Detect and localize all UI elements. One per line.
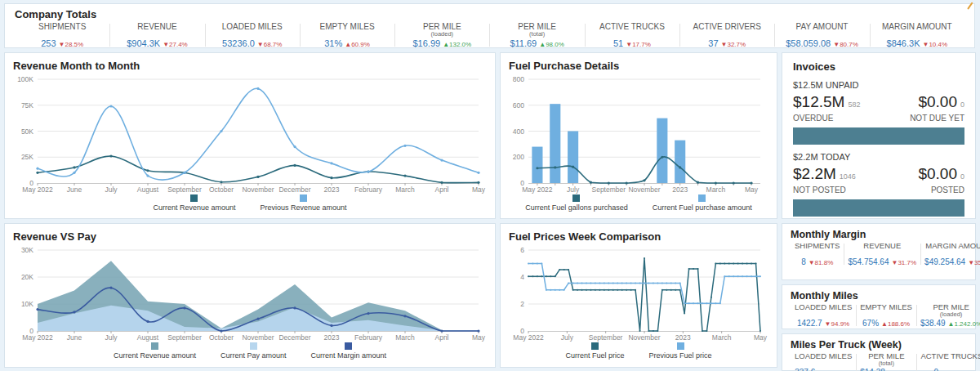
mini-value: 0▼100.0% bbox=[920, 368, 980, 371]
legend-item-current-revenue-amount[interactable]: Current Revenue amount bbox=[153, 194, 235, 212]
mini-delta: ▲1.242.0% bbox=[948, 320, 980, 328]
mini-revenue: REVENUE$54.754.64▼31.7% bbox=[844, 242, 920, 266]
chart-title: Fuel Prices Week Comparison bbox=[509, 230, 768, 243]
legend-item-current-margin-amount[interactable]: Current Margin amount bbox=[311, 342, 387, 360]
mini-empty-miles: EMPTY MILES67%▲188.6% bbox=[856, 303, 916, 328]
legend: Current Fuel gallons purchasedCurrent Fu… bbox=[509, 194, 768, 212]
svg-text:2023: 2023 bbox=[675, 333, 691, 342]
kpi-label: ACTIVE DRIVERS bbox=[679, 22, 774, 31]
kpi-number: 253 bbox=[41, 38, 56, 48]
kpi-value: 53236.0▼68.7% bbox=[205, 38, 300, 48]
mini-number: 67% bbox=[862, 319, 879, 328]
invoice-label: NOT POSTED bbox=[793, 186, 856, 194]
legend-label: Current Fuel gallons purchased bbox=[525, 203, 628, 212]
kpi-active-trucks: ACTIVE TRUCKS51▼17.7% bbox=[585, 21, 679, 48]
revenue-m2m-chart[interactable]: 025K50K75K100KMay 2022JuneJulyAugustSept… bbox=[13, 74, 487, 194]
legend-label: Current Pay amount bbox=[220, 351, 287, 360]
mini-number: $14.38 bbox=[860, 368, 885, 371]
legend-swatch-icon bbox=[677, 342, 684, 350]
invoice-progress-bar[interactable] bbox=[793, 127, 964, 145]
legend-item-current-fuel-price[interactable]: Current Fuel price bbox=[565, 342, 624, 360]
fuel-purchase-chart[interactable]: 0200400600800May 2022JulySeptemberNovemb… bbox=[509, 74, 768, 194]
invoice-summary: $12.5M UNPAID bbox=[793, 80, 964, 90]
svg-text:September: September bbox=[592, 186, 626, 194]
svg-text:May 2022: May 2022 bbox=[22, 186, 53, 194]
mini-sublabel bbox=[848, 250, 916, 257]
legend-item-current-fuel-purchase-amount[interactable]: Current Fuel purchase amount bbox=[653, 194, 752, 212]
mini-value: $14.38▼79.1% bbox=[860, 368, 912, 371]
mini-value: 67%▲188.6% bbox=[860, 319, 912, 328]
kpi-margin-amount: MARGIN AMOUNT$846.3K▼10.4% bbox=[870, 21, 964, 48]
svg-text:75K: 75K bbox=[21, 101, 33, 110]
kpi-value: $58.059.08▼80.7% bbox=[774, 38, 869, 48]
legend-item-previous-revenue-amount[interactable]: Previous Revenue amount bbox=[261, 194, 347, 212]
svg-text:100K: 100K bbox=[17, 75, 33, 83]
kpi-value: $16.99▲132.0% bbox=[394, 38, 489, 48]
mini-sublabel bbox=[920, 360, 980, 367]
svg-text:September: September bbox=[589, 333, 623, 342]
invoices-title: Invoices bbox=[793, 60, 964, 73]
invoice-summary: $2.2M TODAY bbox=[793, 152, 964, 162]
kpi-empty-miles: EMPTY MILES31%▲60.9% bbox=[300, 21, 394, 48]
mini-shipments: SHIPMENTS8▼81.8% bbox=[791, 242, 844, 266]
mini-delta: ▼35.4% bbox=[968, 259, 980, 266]
kpi-delta: ▼68.7% bbox=[257, 41, 283, 48]
svg-text:20K: 20K bbox=[21, 273, 33, 281]
fuel-prices-chart[interactable]: 0246May 2022JulySeptemberNovember2023Mar… bbox=[509, 245, 768, 342]
invoice-not-due-yet: $0.000NOT DUE YET bbox=[910, 94, 964, 123]
revenue-vs-pay-chart[interactable]: 010K20K30KMay 2022JuneJulyAugustSeptembe… bbox=[13, 245, 487, 342]
legend-item-current-fuel-gallons-purchased[interactable]: Current Fuel gallons purchased bbox=[525, 194, 628, 212]
svg-text:April: April bbox=[434, 186, 448, 194]
mini-label: REVENUE bbox=[848, 242, 916, 250]
svg-text:400: 400 bbox=[513, 127, 524, 136]
svg-text:November: November bbox=[628, 186, 660, 194]
kpi-number: $11.69 bbox=[510, 38, 537, 48]
svg-text:February: February bbox=[354, 333, 383, 342]
kpi-delta: ▼32.7% bbox=[721, 41, 746, 48]
invoice-not-posted: $2.2M1046NOT POSTED bbox=[793, 166, 856, 194]
kpi-delta: ▲98.0% bbox=[539, 41, 564, 48]
kpi-shipments: SHIPMENTS253▼28.5% bbox=[15, 21, 109, 48]
svg-text:10K: 10K bbox=[21, 300, 33, 308]
kpi-label: EMPTY MILES bbox=[300, 22, 394, 31]
svg-text:June: June bbox=[67, 333, 82, 342]
legend-item-current-pay-amount[interactable]: Current Pay amount bbox=[220, 342, 287, 360]
legend-swatch-icon bbox=[345, 342, 352, 350]
invoice-amount: $2.2M1046 bbox=[793, 166, 856, 185]
svg-text:February: February bbox=[354, 186, 383, 194]
legend-item-previous-fuel-price[interactable]: Previous Fuel price bbox=[648, 342, 711, 360]
svg-text:May: May bbox=[472, 333, 486, 342]
legend-swatch-icon bbox=[698, 194, 706, 202]
legend-swatch-icon bbox=[151, 342, 158, 350]
panel-title: Monthly Margin bbox=[791, 229, 967, 240]
mini-sublabel bbox=[795, 250, 840, 257]
chart-title: Revenue VS Pay bbox=[13, 230, 487, 243]
svg-text:April: April bbox=[434, 333, 448, 342]
kpi-number: 31% bbox=[324, 38, 342, 48]
panel-title: Monthly Miles bbox=[791, 290, 967, 302]
kpi-value: $904.3K▼27.4% bbox=[109, 38, 204, 48]
legend-item-current-revenue-amount[interactable]: Current Revenue amount bbox=[114, 342, 196, 360]
chart-title: Fuel Purchase Details bbox=[509, 60, 768, 72]
kpi-active-drivers: ACTIVE DRIVERS37▼32.7% bbox=[679, 21, 774, 48]
invoice-progress-bar[interactable] bbox=[793, 199, 964, 217]
kpi-delta: ▼27.4% bbox=[163, 41, 188, 48]
svg-text:May: May bbox=[472, 186, 486, 194]
svg-text:July: July bbox=[105, 333, 118, 342]
invoice-amount: $0.000 bbox=[918, 166, 964, 185]
svg-text:2023: 2023 bbox=[324, 333, 340, 342]
invoice-amount-row: $12.5M582OVERDUE$0.000NOT DUE YET bbox=[793, 94, 964, 123]
kpi-row: SHIPMENTS253▼28.5%REVENUE$904.3K▼27.4%LO… bbox=[15, 21, 964, 48]
invoice-amount: $0.000 bbox=[910, 94, 964, 113]
mini-active-trucks: ACTIVE TRUCKS0▼100.0% bbox=[916, 352, 980, 371]
svg-text:March: March bbox=[395, 333, 415, 342]
mini-loaded-miles: LOADED MILES337.6▲1.874.3% bbox=[791, 352, 856, 371]
legend-swatch-icon bbox=[300, 194, 307, 202]
mini-delta: ▼81.8% bbox=[808, 259, 834, 266]
mini-value: $38.49▲1.242.0% bbox=[920, 319, 980, 328]
svg-text:September: September bbox=[167, 333, 202, 342]
invoices-card: Invoices $12.5M UNPAID$12.5M582OVERDUE$0… bbox=[782, 52, 976, 219]
svg-text:800: 800 bbox=[513, 75, 524, 83]
kpi-value: 31%▲60.9% bbox=[300, 38, 394, 48]
mini-number: 8 bbox=[801, 257, 806, 266]
